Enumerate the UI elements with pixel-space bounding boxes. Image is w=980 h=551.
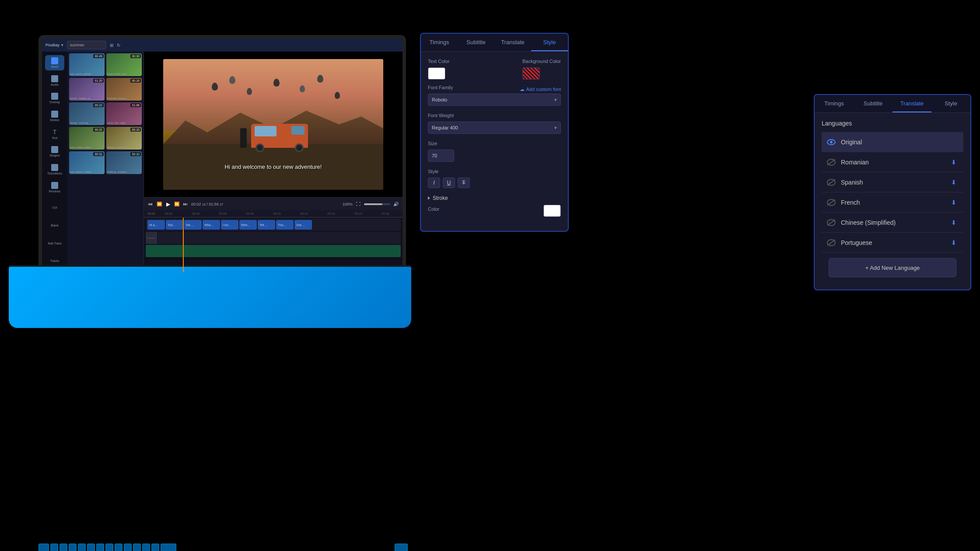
weight-dropdown-icon: ▾ xyxy=(554,125,557,131)
language-item-original[interactable]: Original xyxy=(822,132,963,152)
expand-icon xyxy=(428,196,430,200)
size-input[interactable]: 70 xyxy=(428,150,454,162)
search-box: summer xyxy=(67,41,106,49)
sidebar-item-blank[interactable]: Blank xyxy=(45,218,64,233)
tab-style[interactable]: Style xyxy=(531,34,568,51)
skip-forward-button[interactable]: ⏭ xyxy=(182,201,189,207)
download-icon[interactable]: ⬇ xyxy=(949,238,958,247)
list-item[interactable]: 00:22 sheep, morning,... xyxy=(69,102,105,125)
table-row[interactable]: I lov... xyxy=(221,220,238,230)
sidebar-item-overlay[interactable]: Overlay xyxy=(45,91,64,106)
sidebar-item-transitions[interactable]: Transitions xyxy=(45,162,64,177)
fullscreen-button[interactable]: ⛶ xyxy=(355,201,361,207)
duration-badge: 00:30 xyxy=(130,54,141,58)
list-item[interactable]: 00:22 bike, beach, biker xyxy=(69,127,105,150)
key xyxy=(87,544,95,551)
key xyxy=(96,544,104,551)
underline-button[interactable]: U xyxy=(443,178,455,188)
language-item-portuguese[interactable]: Portuguese ⬇ xyxy=(822,233,963,253)
font-dropdown-icon: ▾ xyxy=(554,97,557,103)
table-row[interactable]: Tod... xyxy=(166,220,183,230)
rewind-button[interactable]: ⏪ xyxy=(156,201,162,207)
font-family-section: Font Family ☁ Add custom font Roboto ▾ xyxy=(428,85,561,106)
list-item[interactable]: 01:08 rainy, rain, night xyxy=(106,102,142,125)
download-icon[interactable]: ⬇ xyxy=(949,178,958,187)
stroke-header[interactable]: Stroke xyxy=(428,195,561,201)
volume-icon[interactable]: 🔊 xyxy=(393,201,399,207)
text-color-swatch[interactable] xyxy=(428,67,445,80)
strikethrough-button[interactable]: T xyxy=(458,178,470,188)
sidebar-item-audio[interactable]: Audio xyxy=(45,73,64,88)
list-item[interactable]: 00:49 sea, wave, golden xyxy=(69,53,105,76)
laptop: Pixabay ▾ summer ⊞ ↻ Stock xyxy=(0,0,420,551)
track-label: Luxury xyxy=(146,232,157,244)
panels-overlay: Timings Subtitle Translate Style Text Co… xyxy=(420,0,980,551)
italic-button[interactable]: I xyxy=(428,178,440,188)
svg-point-1 xyxy=(830,141,833,143)
sidebar-item-shapes[interactable]: Shapes xyxy=(45,144,64,159)
table-row[interactable]: Tha... xyxy=(276,220,294,230)
play-button[interactable]: ▶ xyxy=(165,201,171,207)
language-item-spanish[interactable]: Spanish ⬇ xyxy=(822,172,963,192)
language-name-spanish: Spanish xyxy=(841,179,944,186)
add-font-button[interactable]: ☁ Add custom font xyxy=(520,87,561,92)
table-row[interactable]: Wha... xyxy=(203,220,220,230)
tab-timings[interactable]: Timings xyxy=(421,34,458,51)
tab-subtitle[interactable]: Subtitle xyxy=(458,34,494,51)
editor: Pixabay ▾ summer ⊞ ↻ Stock xyxy=(42,38,402,272)
sidebar-label-cut: Cut xyxy=(52,206,57,209)
list-item[interactable]: 00:31 sea, beach, ocean xyxy=(69,151,105,174)
refresh-icon[interactable]: ↻ xyxy=(117,43,120,48)
skip-back-button[interactable]: ⏮ xyxy=(147,201,154,207)
sidebar-item-add-track[interactable]: Add Track xyxy=(45,236,64,251)
table-row[interactable]: See ... xyxy=(294,220,312,230)
list-item[interactable]: 00:10 walking, sneaker... xyxy=(106,151,142,174)
fast-forward-button[interactable]: ⏩ xyxy=(174,201,180,207)
playhead[interactable] xyxy=(183,218,184,272)
sidebar-item-reviews[interactable]: Reviews xyxy=(45,180,64,195)
volume-slider[interactable] xyxy=(364,203,390,205)
download-icon[interactable]: ⬇ xyxy=(949,218,958,227)
download-icon[interactable]: ⬇ xyxy=(949,158,958,167)
sidebar-item-text[interactable]: T Text xyxy=(45,126,64,142)
tab-translate[interactable]: Translate xyxy=(494,34,531,51)
header-dropdown-icon[interactable]: ▾ xyxy=(61,43,63,47)
table-row[interactable]: Tell ... xyxy=(258,220,275,230)
sidebar-item-motion[interactable]: Motion xyxy=(45,108,64,124)
tab-timings-translate[interactable]: Timings xyxy=(815,95,854,112)
font-family-select[interactable]: Roboto ▾ xyxy=(428,94,561,106)
media-label: flowers, cherry fl... xyxy=(107,146,141,149)
timeline-area: Hi a... Tod... We ... Wha... I lov... Wh… xyxy=(144,217,402,272)
cloud-upload-icon: ☁ xyxy=(520,87,525,92)
video-track: Luxury xyxy=(146,232,401,244)
bg-color-swatch[interactable] xyxy=(522,67,540,80)
sidebar-item-stock[interactable]: Stock xyxy=(45,55,64,70)
key xyxy=(105,544,113,551)
list-item[interactable]: 00:30 poppy field, pop... xyxy=(106,53,142,76)
tab-translate-active[interactable]: Translate xyxy=(892,95,931,112)
language-item-romanian[interactable]: Romanian ⬇ xyxy=(822,152,963,172)
tab-style-translate[interactable]: Style xyxy=(931,95,970,112)
filter-icon[interactable]: ⊞ xyxy=(110,43,113,48)
font-weight-value: Regular 400 xyxy=(432,125,458,130)
font-weight-select[interactable]: Regular 400 ▾ xyxy=(428,122,561,134)
download-icon[interactable]: ⬇ xyxy=(949,198,958,207)
color-row: Text Color Background Color xyxy=(428,59,561,80)
sidebar-item-cut[interactable]: Cut xyxy=(45,200,64,215)
stroke-color-swatch[interactable] xyxy=(543,205,561,217)
table-row[interactable]: Whe... xyxy=(239,220,257,230)
duration-badge: 01:20 xyxy=(93,79,104,83)
text-color-section: Text Color xyxy=(428,59,450,80)
language-item-chinese[interactable]: Chinese (Simplified) ⬇ xyxy=(822,213,963,233)
language-item-french[interactable]: French ⬇ xyxy=(822,192,963,213)
list-item[interactable]: 00:16 butterfly, botany... xyxy=(106,78,142,101)
list-item[interactable]: 00:15 flowers, cherry fl... xyxy=(106,127,142,150)
list-item[interactable]: 01:20 beach, holiday, g... xyxy=(69,78,105,101)
table-row[interactable]: Hi a... xyxy=(147,220,165,230)
sidebar-label-add-track: Add Track xyxy=(48,242,62,245)
tab-subtitle-translate[interactable]: Subtitle xyxy=(854,95,892,112)
add-language-button[interactable]: + Add New Language xyxy=(829,258,956,277)
key xyxy=(395,544,408,551)
table-row[interactable]: We ... xyxy=(184,220,202,230)
sidebar-label-audio: Audio xyxy=(51,83,59,86)
